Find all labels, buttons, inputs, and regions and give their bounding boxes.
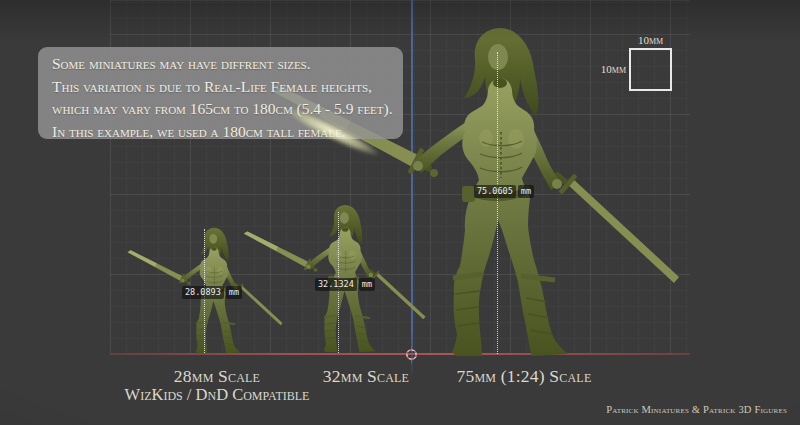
3d-viewport[interactable]: 28.0893 mm 32.1324 mm 75.0605 mm Some mi…: [0, 0, 800, 425]
measurement-unit: mm: [518, 185, 534, 198]
measurement-label-28mm: 28.0893 mm: [182, 286, 242, 299]
measurement-value: 32.1324: [315, 278, 357, 291]
measurement-unit: mm: [226, 286, 242, 299]
brand-credit: Patrick Miniatures & Patrick 3D Figures: [606, 404, 787, 415]
reference-square-10mm: [629, 48, 672, 91]
measurement-value: 75.0605: [474, 185, 516, 198]
info-line: This variation is due to Real-Life Femal…: [52, 76, 389, 99]
height-measure-line-75mm: [497, 52, 498, 354]
info-line: which may vary from 165cm to 180cm (5.4 …: [52, 98, 389, 121]
reference-square-top-label: 10mm: [629, 34, 672, 46]
caption-75mm-scale: 75mm (1:24) Scale: [457, 366, 592, 387]
info-text-box: Some miniatures may have diffrent sizes.…: [38, 47, 403, 139]
reference-square-side-label: 10mm: [576, 63, 626, 75]
info-line: In this example, we used a 180cm tall fe…: [52, 121, 389, 144]
caption-28mm-scale: 28mm Scale: [174, 366, 260, 387]
measurement-label-32mm: 32.1324 mm: [315, 278, 375, 291]
measurement-value: 28.0893: [182, 286, 224, 299]
measurement-label-75mm: 75.0605 mm: [474, 185, 534, 198]
measurement-unit: mm: [359, 278, 375, 291]
info-line: Some miniatures may have diffrent sizes.: [52, 53, 389, 76]
3d-cursor-icon[interactable]: [403, 346, 420, 363]
caption-28mm-compatibility: WizKids / DnD Compatible: [125, 385, 310, 405]
caption-32mm-scale: 32mm Scale: [323, 366, 409, 387]
